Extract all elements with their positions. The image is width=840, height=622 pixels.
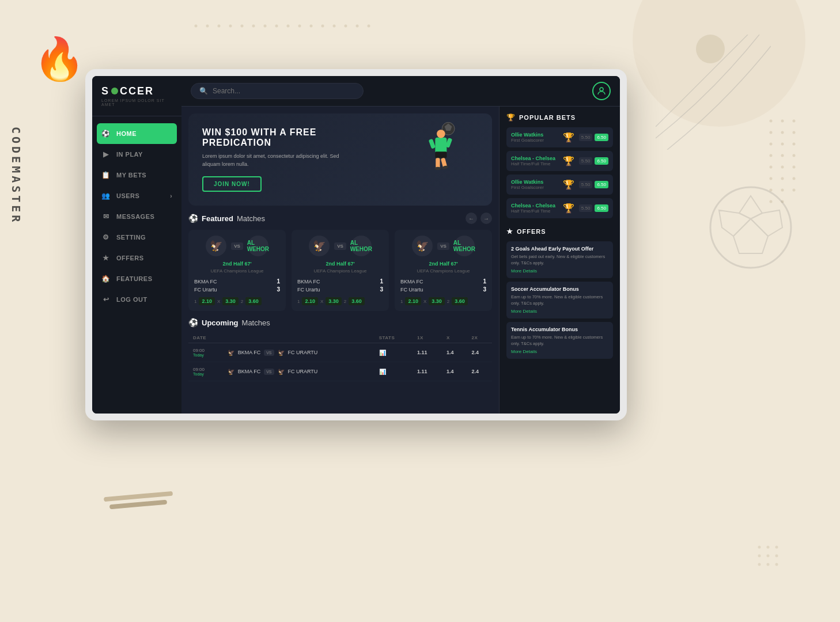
svg-marker-43 bbox=[719, 210, 751, 236]
match-card-3[interactable]: 🦅 VS ALWEHOR 2nd Half 67' UEFA Champions… bbox=[395, 230, 492, 311]
search-box[interactable]: 🔍 bbox=[191, 83, 364, 99]
featured-next-button[interactable]: → bbox=[480, 213, 492, 224]
logo: S CCER bbox=[101, 85, 172, 97]
offer-link-3[interactable]: More Details bbox=[511, 349, 608, 354]
match-card-1[interactable]: 🦅 VS ALWEHOR 2nd Half 67' UEFA Champions… bbox=[188, 230, 286, 311]
odds-value-3-2[interactable]: 3.30 bbox=[429, 297, 445, 305]
odds-value-2-3[interactable]: 3.60 bbox=[349, 297, 365, 305]
bet-type-1: First Goalscorer bbox=[511, 138, 558, 143]
row1-time-value: 09:00 bbox=[193, 348, 218, 353]
svg-point-33 bbox=[793, 177, 796, 180]
nav-item-inplay[interactable]: ▶ IN PLAY bbox=[92, 144, 181, 165]
featured-prev-button[interactable]: ← bbox=[466, 213, 477, 224]
upcoming-icon: ⚽ bbox=[188, 318, 198, 327]
odds-label-1-2: X bbox=[217, 299, 220, 304]
featured-nav-arrows: ← → bbox=[466, 213, 492, 224]
offer-item-1: 2 Goals Ahead Early Payout Offer Get bet… bbox=[506, 241, 613, 278]
match-card-2[interactable]: 🦅 VS ALWEHOR 2nd Half 67' UEFA Champions… bbox=[292, 230, 389, 311]
bet-icon-2: 🏆 bbox=[563, 156, 574, 166]
match-league-3: UEFA Champions League bbox=[400, 268, 486, 274]
svg-point-39 bbox=[710, 187, 791, 268]
bet-odd-bright-4[interactable]: 6.50 bbox=[595, 204, 608, 212]
bet-item-1[interactable]: Ollie Watkins First Goalscorer 🏆 5.50 6.… bbox=[506, 127, 613, 147]
logout-icon: ↩ bbox=[101, 295, 111, 304]
bet-item-3[interactable]: Ollie Watkins First Goalscorer 🏆 5.50 6.… bbox=[506, 175, 613, 195]
svg-point-45 bbox=[767, 546, 770, 549]
hero-title: WIN $100 WITH A FREE PREDICATION bbox=[202, 127, 354, 148]
bet-item-4[interactable]: Chelsea - Chelsea Half Time/Full Time 🏆 … bbox=[506, 198, 613, 218]
row2-odds-2x[interactable]: 2.4 bbox=[467, 362, 492, 381]
upcoming-row-2[interactable]: 09:00 Today 🦅 BKMA FC VS bbox=[188, 362, 492, 381]
nav-item-users[interactable]: 👥 USERS › bbox=[92, 185, 181, 206]
offer-link-1[interactable]: More Details bbox=[511, 268, 608, 274]
row2-teams: 🦅 BKMA FC VS 🦅 FC URARTU bbox=[223, 362, 374, 381]
nav-item-setting[interactable]: ⚙ SETTING bbox=[92, 227, 181, 248]
bet-odds-3: 5.50 6.50 bbox=[579, 181, 608, 188]
user-avatar[interactable] bbox=[592, 82, 611, 100]
search-input[interactable] bbox=[213, 87, 355, 95]
odds-value-2-1[interactable]: 2.10 bbox=[302, 297, 318, 305]
team1-name-2: BKMA FC bbox=[297, 279, 320, 285]
search-icon: 🔍 bbox=[199, 87, 208, 95]
svg-point-48 bbox=[767, 555, 770, 557]
offer-link-2[interactable]: More Details bbox=[511, 309, 608, 314]
nav-item-logout[interactable]: ↩ LOG OUT bbox=[92, 289, 181, 310]
team2-name-3: FC Urartu bbox=[400, 287, 423, 293]
row1-odds-2x[interactable]: 2.4 bbox=[467, 343, 492, 362]
brand-flame-icon: 🔥 bbox=[33, 35, 85, 84]
nav-item-features[interactable]: 🏠 FEATURES bbox=[92, 268, 181, 289]
bet-item-2[interactable]: Chelsea - Chelsea Half Time/Full Time 🏆 … bbox=[506, 151, 613, 171]
team1-logo-2: 🦅 bbox=[309, 236, 330, 256]
upcoming-row-1[interactable]: 09:00 Today 🦅 BKMA FC VS bbox=[188, 343, 492, 362]
odds-value-1-1[interactable]: 2.10 bbox=[199, 297, 215, 305]
laptop-frame: S CCER LOREM IPSUM DOLOR SIT AMET ⚽ HOME… bbox=[85, 69, 627, 420]
odds-value-2-2[interactable]: 3.30 bbox=[326, 297, 342, 305]
bet-odd-dim-4[interactable]: 5.50 bbox=[579, 204, 593, 212]
offer-desc-1: Get bets paid out early. New & eligible … bbox=[511, 254, 608, 266]
score1-2: 1 bbox=[380, 278, 383, 285]
users-icon: 👥 bbox=[101, 191, 111, 200]
odds-value-1-3[interactable]: 3.60 bbox=[245, 297, 262, 305]
featured-icon: ⚽ bbox=[188, 214, 198, 223]
nav-label-users: USERS bbox=[116, 192, 139, 199]
nav-label-mybets: MY BETS bbox=[116, 172, 146, 179]
row1-vs: VS bbox=[264, 350, 274, 356]
nav-item-home[interactable]: ⚽ HOME bbox=[97, 123, 177, 144]
row2-stats: 📊 bbox=[374, 362, 413, 381]
odds-value-1-2[interactable]: 3.30 bbox=[222, 297, 239, 305]
row2-odds-x[interactable]: 1.4 bbox=[442, 362, 467, 381]
bet-odd-bright-3[interactable]: 6.50 bbox=[595, 181, 608, 188]
offers-icon: ★ bbox=[101, 253, 111, 263]
bet-odds-2: 5.50 6.50 bbox=[579, 157, 608, 165]
home-icon: ⚽ bbox=[101, 129, 111, 138]
featured-match-cards: 🦅 VS ALWEHOR 2nd Half 67' UEFA Champions… bbox=[188, 230, 492, 311]
row2-team1-name: BKMA FC bbox=[238, 369, 261, 374]
svg-point-30 bbox=[793, 166, 796, 169]
svg-point-26 bbox=[781, 154, 784, 157]
team2-logo-1: ALWEHOR bbox=[248, 236, 268, 256]
nav-item-mybets[interactable]: 📋 MY BETS bbox=[92, 165, 181, 185]
bet-name-3: Ollie Watkins bbox=[511, 179, 558, 185]
bet-odd-bright-2[interactable]: 6.50 bbox=[595, 157, 608, 165]
svg-point-27 bbox=[793, 154, 796, 157]
nav-item-offers[interactable]: ★ OFFERS bbox=[92, 248, 181, 268]
join-now-button[interactable]: JOIN NOW! bbox=[202, 176, 262, 192]
featured-matches-section: ⚽ Featured Matches ← → bbox=[181, 213, 499, 318]
svg-point-29 bbox=[781, 166, 784, 169]
svg-rect-60 bbox=[436, 158, 440, 168]
svg-point-18 bbox=[793, 120, 796, 123]
soccer-ball-deco bbox=[707, 184, 794, 271]
bet-odd-dim-1[interactable]: 5.50 bbox=[579, 134, 593, 141]
row1-odds-1x[interactable]: 1.11 bbox=[413, 343, 442, 362]
svg-marker-41 bbox=[751, 210, 782, 236]
odds-value-3-3[interactable]: 3.60 bbox=[452, 297, 468, 305]
bet-odd-bright-1[interactable]: 6.50 bbox=[595, 134, 608, 141]
bet-odd-dim-2[interactable]: 5.50 bbox=[579, 157, 593, 165]
row2-odds-1x[interactable]: 1.11 bbox=[413, 362, 442, 381]
bet-odd-dim-3[interactable]: 5.50 bbox=[579, 181, 593, 188]
odds-value-3-1[interactable]: 2.10 bbox=[405, 297, 421, 305]
svg-point-6 bbox=[264, 25, 267, 28]
nav-item-messages[interactable]: ✉ MESSAGES bbox=[92, 206, 181, 227]
row1-odds-x[interactable]: 1.4 bbox=[442, 343, 467, 362]
match-league-2: UEFA Champions League bbox=[297, 268, 383, 274]
